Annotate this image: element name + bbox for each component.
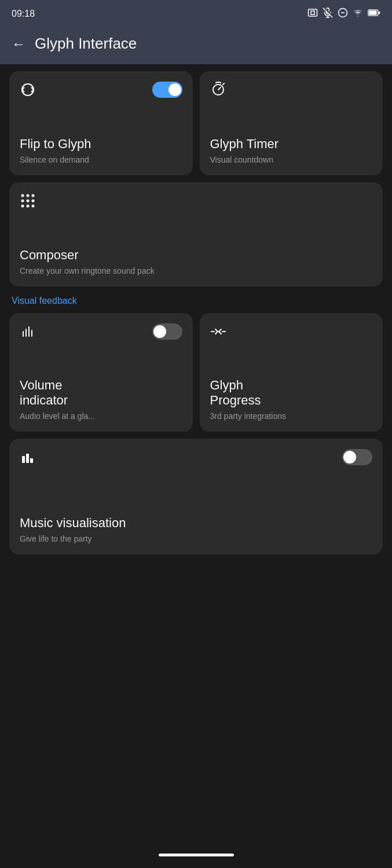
dnd-icon bbox=[338, 8, 348, 20]
svg-point-11 bbox=[21, 194, 24, 197]
glyph-timer-card[interactable]: Glyph Timer Visual countdown bbox=[200, 71, 383, 175]
volume-indicator-card[interactable]: Volumeindicator Audio level at a gla... bbox=[9, 313, 193, 432]
music-visualisation-toggle[interactable] bbox=[342, 449, 372, 465]
status-bar: 09:18 bbox=[0, 0, 392, 28]
flip-to-glyph-card[interactable]: Flip to Glyph Silence on demand bbox=[9, 71, 193, 175]
music-visualisation-title: Music visualisation bbox=[20, 516, 372, 531]
page-title: Glyph Interface bbox=[35, 35, 137, 53]
glyph-timer-title: Glyph Timer bbox=[210, 137, 373, 152]
volume-indicator-subtitle: Audio level at a gla... bbox=[20, 411, 182, 421]
back-button[interactable]: ← bbox=[12, 37, 25, 51]
svg-point-15 bbox=[27, 200, 30, 203]
battery-icon bbox=[368, 9, 380, 19]
svg-rect-25 bbox=[26, 454, 29, 463]
svg-rect-26 bbox=[30, 458, 33, 463]
music-icon bbox=[20, 449, 372, 469]
flip-to-glyph-toggle[interactable] bbox=[152, 82, 182, 98]
home-indicator bbox=[159, 854, 234, 856]
glyph-timer-subtitle: Visual countdown bbox=[210, 155, 373, 165]
svg-rect-24 bbox=[22, 456, 25, 463]
screen-record-icon bbox=[307, 8, 318, 20]
svg-point-12 bbox=[27, 194, 30, 197]
svg-rect-8 bbox=[369, 10, 377, 15]
music-visualisation-card[interactable]: Music visualisation Give life to the par… bbox=[9, 439, 383, 554]
svg-point-14 bbox=[21, 200, 24, 203]
flip-to-glyph-title: Flip to Glyph bbox=[20, 137, 182, 152]
visual-feedback-row: Volumeindicator Audio level at a gla... … bbox=[9, 313, 383, 432]
composer-card[interactable]: Composer Create your own ringtone sound … bbox=[9, 182, 383, 286]
svg-point-17 bbox=[21, 205, 24, 208]
flip-to-glyph-subtitle: Silence on demand bbox=[20, 155, 182, 165]
bottom-bar bbox=[0, 847, 392, 868]
composer-title: Composer bbox=[20, 248, 372, 263]
svg-rect-9 bbox=[379, 11, 380, 14]
status-icons bbox=[307, 8, 380, 20]
svg-rect-0 bbox=[309, 9, 317, 16]
svg-point-16 bbox=[32, 200, 35, 203]
svg-point-6 bbox=[357, 16, 358, 17]
composer-icon bbox=[20, 193, 372, 212]
svg-point-19 bbox=[32, 205, 35, 208]
music-card-wrapper: Music visualisation Give life to the par… bbox=[9, 439, 383, 554]
music-visualisation-subtitle: Give life to the party bbox=[20, 534, 372, 544]
glyph-progress-icon bbox=[210, 323, 373, 343]
top-card-row: Flip to Glyph Silence on demand Glyph Ti… bbox=[9, 71, 383, 175]
main-content: Flip to Glyph Silence on demand Glyph Ti… bbox=[0, 64, 392, 568]
svg-point-18 bbox=[27, 205, 30, 208]
wifi-icon bbox=[353, 8, 363, 20]
status-time: 09:18 bbox=[12, 9, 35, 19]
svg-point-13 bbox=[32, 194, 35, 197]
volume-indicator-toggle[interactable] bbox=[152, 323, 182, 340]
timer-icon bbox=[210, 82, 373, 101]
volume-indicator-title: Volumeindicator bbox=[20, 378, 182, 409]
top-bar: ← Glyph Interface bbox=[0, 28, 392, 64]
glyph-progress-title: GlyphProgress bbox=[210, 378, 373, 409]
composer-subtitle: Create your own ringtone sound pack bbox=[20, 266, 372, 276]
mute-icon bbox=[323, 8, 333, 20]
visual-feedback-header: Visual feedback bbox=[12, 296, 383, 306]
glyph-progress-card[interactable]: GlyphProgress 3rd party integrations bbox=[200, 313, 383, 432]
glyph-progress-subtitle: 3rd party integrations bbox=[210, 411, 373, 421]
composer-card-wrapper: Composer Create your own ringtone sound … bbox=[9, 182, 383, 286]
